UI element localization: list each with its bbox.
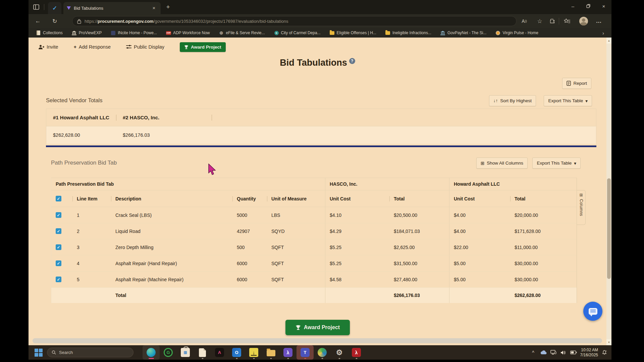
row-checkbox[interactable]: ✓ (56, 244, 61, 250)
tab-close-icon[interactable]: × (151, 5, 157, 11)
taskbar-chrome[interactable]: G (160, 345, 177, 360)
cell-howard-unit-cost: $4.00 (449, 207, 510, 223)
report-button[interactable]: Report (562, 78, 591, 89)
chat-bubble-button[interactable] (583, 302, 602, 321)
table-row: ✓ 1 Crack Seal (LBS) 5000 LBS $4.10 $20,… (51, 207, 577, 223)
onedrive-cloud-icon[interactable] (540, 349, 547, 356)
taskbar-clock[interactable]: 10:02 AM 7/16/2025 (580, 348, 598, 358)
col-header-uom: Unit of Measure (267, 190, 325, 207)
scroll-down-arrow[interactable]: ▼ (606, 339, 611, 345)
tab-title: Bid Tabulations (74, 6, 151, 11)
bookmark-collections[interactable]: Collections (36, 31, 63, 36)
bookmark-virgin-pulse[interactable]: Virgin Pulse - Home (495, 31, 538, 36)
bookmark-ineligible-infractions[interactable]: Ineligible Infractions... (385, 31, 431, 36)
table-total-row: Total $266,176.03 $262,628.00 (51, 288, 577, 303)
active-tab[interactable]: Bid Tabulations × (63, 2, 161, 14)
taskbar-globe-app[interactable] (314, 345, 331, 360)
favorites-bar-icon[interactable] (563, 17, 571, 25)
cell-hasco-total: $2,625.00 (389, 239, 449, 255)
extensions-icon[interactable] (548, 17, 556, 25)
notepad-icon (199, 348, 206, 357)
col-header-howard-total: Total (510, 190, 577, 207)
bookmark-adp[interactable]: ADPADP Workforce Now (166, 31, 210, 36)
award-project-toolbar-button[interactable]: Award Project (180, 42, 226, 52)
select-all-checkbox[interactable]: ✓ (56, 196, 61, 201)
taskbar-a-app[interactable]: A (211, 345, 228, 360)
col-header-description: Description (111, 190, 232, 207)
tab-actions-icon[interactable] (33, 3, 40, 11)
invite-person-icon (39, 45, 44, 49)
invite-button[interactable]: Invite (39, 44, 58, 50)
row-checkbox[interactable]: ✓ (56, 212, 61, 218)
taskbar-notepad[interactable] (194, 345, 211, 360)
close-button[interactable]: × (596, 0, 611, 12)
browser-window: ✓ Bid Tabulations × + – × ← ↻ https://pr… (29, 0, 611, 345)
bookmark-efile[interactable]: ⊕eFile & Serve Revie... (219, 31, 265, 36)
favorite-star-icon[interactable]: ☆ (536, 17, 544, 25)
minimize-button[interactable]: – (565, 0, 581, 12)
bookmark-eligible-offenses[interactable]: Eligible Offenses | H... (330, 31, 376, 36)
taskbar-store[interactable]: ⊞ (177, 345, 194, 360)
browser-menu-icon[interactable]: … (595, 17, 603, 25)
profile-avatar[interactable] (579, 17, 588, 25)
taskbar-teams[interactable]: T (297, 345, 314, 360)
public-display-button[interactable]: Public Display (126, 44, 164, 50)
show-all-columns-label: Show All Columns (487, 161, 523, 166)
scrollbar-thumb[interactable] (607, 178, 611, 279)
refresh-icon[interactable]: ↻ (51, 17, 59, 25)
clock-date: 7/16/2025 (580, 353, 598, 358)
taskbar-outlook[interactable]: O (228, 345, 245, 360)
volume-icon[interactable] (560, 349, 567, 356)
taskbar-acrobat[interactable]: λ (348, 345, 365, 360)
cell-howard-total: $11,000.00 (510, 239, 577, 255)
notification-bell-icon[interactable]: z (601, 349, 608, 356)
funnel-favicon (67, 6, 71, 10)
cell-quantity: 6000 (232, 272, 267, 287)
row-checkbox[interactable]: ✓ (56, 277, 61, 282)
taskbar-edge[interactable] (143, 345, 160, 360)
address-bar[interactable]: https://procurement.opengov.com/governme… (72, 16, 517, 26)
bookmark-govpaynet[interactable]: GovPayNet - The Si... (440, 31, 487, 36)
tray-chevron-up-icon[interactable]: ^ (530, 349, 537, 356)
svg-text:z: z (606, 350, 607, 352)
back-icon[interactable]: ← (34, 17, 42, 25)
cell-line: 1 (72, 207, 111, 223)
restore-button[interactable] (581, 0, 596, 12)
bookmark-incite[interactable]: INcite Home - Powe... (111, 31, 157, 36)
total-howard: $262,628.00 (510, 288, 577, 303)
network-monitor-icon[interactable] (550, 349, 557, 356)
bookmark-city-of-carmel[interactable]: sCity of Carmel Depa... (274, 31, 321, 36)
horizontal-scrollbar[interactable] (33, 338, 602, 343)
start-button[interactable] (35, 349, 43, 357)
url-text: https://procurement.opengov.com/governme… (85, 19, 288, 24)
row-checkbox[interactable]: ✓ (56, 260, 61, 266)
new-tab-button[interactable]: + (164, 3, 172, 11)
caret-down-icon: ▾ (574, 161, 576, 166)
clock-time: 10:02 AM (580, 348, 598, 353)
row-checkbox[interactable]: ✓ (56, 228, 61, 234)
taskbar-search[interactable]: Search (47, 348, 133, 357)
battery-icon[interactable] (570, 349, 577, 356)
read-aloud-icon[interactable]: A)) (520, 17, 528, 25)
add-response-button[interactable]: + Add Response (74, 44, 111, 50)
cell-hasco-unit-cost: $5.25 (325, 255, 389, 271)
taskbar-settings[interactable]: ⚙ (331, 345, 348, 360)
folder-icon (267, 350, 275, 356)
award-project-button[interactable]: Award Project (285, 320, 350, 335)
export-bid-table-button[interactable]: Export This Table ▾ (532, 158, 581, 169)
show-all-columns-button[interactable]: ⊞ Show All Columns (476, 158, 528, 169)
pinned-tab[interactable]: ✓ (48, 2, 61, 14)
help-icon[interactable]: ? (349, 58, 355, 64)
taskbar-file-explorer[interactable] (262, 345, 279, 360)
bookmarks-overflow-chevron[interactable]: › (602, 30, 604, 36)
sort-by-highest-button[interactable]: ↓↑ Sort By Highest (489, 95, 536, 106)
taskbar-acrobat-purple[interactable]: λ (279, 345, 297, 360)
columns-side-tab[interactable]: ⊞ Columns (577, 190, 586, 225)
adobe-acrobat-icon: λ (352, 348, 361, 357)
export-vendor-table-button[interactable]: Export This Table ▾ (544, 95, 592, 106)
sort-by-highest-label: Sort By Highest (500, 98, 532, 103)
scroll-up-arrow[interactable]: ▲ (606, 38, 611, 44)
vertical-scrollbar[interactable]: ▲ ▼ (606, 38, 611, 345)
bookmark-proviewexp[interactable]: ProViewEXP (72, 31, 102, 36)
taskbar-downloads[interactable]: ↓ (245, 345, 262, 360)
